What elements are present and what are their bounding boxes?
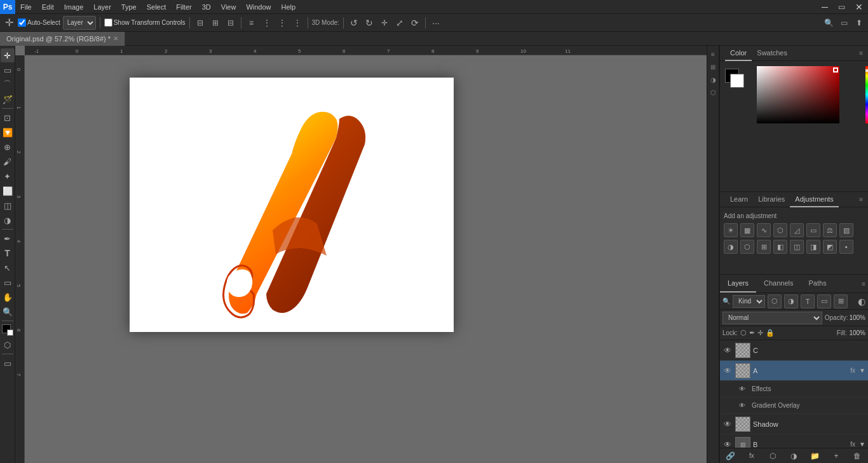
blend-mode-select[interactable]: Normal [722,312,822,324]
distribute4-icon[interactable]: ⋮ [291,17,304,29]
layer-item-a[interactable]: 👁 A fx ▼ [720,361,868,381]
filter-shape-icon[interactable]: ▭ [817,294,831,308]
add-mask-btn[interactable]: ⬡ [766,450,779,462]
color-balance-adj[interactable]: ▨ [839,223,853,237]
layers-panel-menu[interactable]: ≡ [859,280,868,287]
menu-select[interactable]: Select [142,0,172,14]
lock-pixels[interactable]: ⬡ [740,329,747,337]
menu-file[interactable]: File [15,0,37,14]
new-layer-btn[interactable]: + [830,450,843,462]
menu-help[interactable]: Help [276,0,301,14]
orbit-icon[interactable]: ⟳ [409,17,421,29]
menu-view[interactable]: View [216,0,241,14]
quick-mask-tool[interactable]: ⬡ [1,338,15,352]
layer-a-fx[interactable]: fx [850,367,855,374]
gradient-tool[interactable]: ◫ [1,198,15,212]
layers-icon[interactable]: ⊞ [707,61,719,73]
tab-paths[interactable]: Paths [801,275,834,293]
clone-tool[interactable]: ✦ [1,169,15,183]
levels-adj[interactable]: ▦ [740,223,754,237]
hue-adj[interactable]: ▭ [806,223,820,237]
window-maximize[interactable]: ▭ [833,0,850,14]
slide-icon[interactable]: ⤢ [393,17,406,29]
filter-pixel-icon[interactable]: ⬡ [768,294,782,308]
healing-tool[interactable]: ⊕ [1,140,15,154]
menu-window[interactable]: Window [241,0,276,14]
new-fill-adj-btn[interactable]: ◑ [787,450,800,462]
filter-toggle[interactable]: ◐ [858,296,865,307]
tab-swatches[interactable]: Swatches [752,46,792,61]
brush-tool[interactable]: 🖌 [1,155,15,169]
filter-smart-icon[interactable]: ⊞ [834,294,848,308]
path-selection-tool[interactable]: ↖ [1,261,15,275]
bw-adj[interactable]: ◑ [724,240,738,254]
menu-type[interactable]: Type [116,0,142,14]
more-options-icon[interactable]: ··· [430,17,442,29]
filter-kind-select[interactable]: Kind [733,295,765,308]
tab-channels[interactable]: Channels [756,275,801,293]
layer-b-visibility[interactable]: 👁 [722,439,733,448]
tab-libraries[interactable]: Libraries [753,192,790,207]
posterize-adj[interactable]: ◫ [790,240,804,254]
tab-learn[interactable]: Learn [725,192,753,207]
rotate2-icon[interactable]: ↻ [363,17,376,29]
view-icon[interactable]: ▭ [837,17,850,29]
new-group-btn[interactable]: 📁 [809,450,822,462]
layer-b-fx[interactable]: fx [850,441,855,448]
lock-position[interactable]: ✒ [749,329,755,337]
align-left-icon[interactable]: ⊟ [194,17,207,29]
rotate-icon[interactable]: ↺ [348,17,360,29]
layer-shadow-visibility[interactable]: 👁 [722,419,733,429]
menu-filter[interactable]: Filter [171,0,196,14]
layer-item-b[interactable]: 👁 ▨ B fx ▼ [720,434,868,448]
tab-adjustments[interactable]: Adjustments [790,192,839,207]
layer-c-visibility[interactable]: 👁 [722,345,733,356]
saturation-adj[interactable]: ⚖ [823,223,837,237]
tab-close[interactable]: ✕ [113,35,118,42]
eyedropper-tool[interactable]: 🔽 [1,125,15,139]
layer-fx-btn[interactable]: fx [745,450,758,462]
align-right-icon[interactable]: ⊟ [224,17,237,29]
color-panel-collapse[interactable]: ≡ [859,50,863,57]
magic-wand-tool[interactable]: 🪄 [1,92,15,106]
menu-image[interactable]: Image [59,0,89,14]
crop-tool[interactable]: ⊡ [1,111,15,125]
lock-artboards[interactable]: ✛ [757,329,763,337]
properties-icon[interactable]: ≡ [707,48,719,60]
effects-eye[interactable]: 👁 [739,385,749,392]
menu-edit[interactable]: Edit [37,0,59,14]
window-minimize[interactable]: ─ [817,0,833,14]
layer-a-visibility[interactable]: 👁 [722,366,733,376]
document-tab[interactable]: Original.psd @ 57.2% (RGB/8#) * ✕ [0,32,125,46]
selection-tool[interactable]: ▭ [1,63,15,77]
shape-tool[interactable]: ▭ [1,275,15,289]
photo-filter-adj[interactable]: ⬡ [740,240,754,254]
foreground-color[interactable] [1,323,15,337]
lasso-tool[interactable]: ⌒ [1,78,15,92]
share-icon[interactable]: ⬆ [853,17,865,29]
exposure-adj[interactable]: ⬡ [773,223,787,237]
screen-mode-tool[interactable]: ▭ [1,356,15,370]
filter-adj-icon[interactable]: ◑ [784,294,798,308]
tab-layers[interactable]: Layers [720,275,756,293]
layer-a-expand[interactable]: ▼ [859,367,865,374]
layer-item-shadow[interactable]: 👁 Shadow [720,414,868,434]
align-center-icon[interactable]: ⊞ [209,17,222,29]
layer-b-expand[interactable]: ▼ [859,441,865,448]
window-close[interactable]: ✕ [850,0,868,14]
zoom-tool[interactable]: 🔍 [1,305,15,319]
pen-tool[interactable]: ✒ [1,232,15,245]
gradient-map-adj[interactable]: ◩ [823,240,837,254]
gradient-adj[interactable]: ◿ [790,223,804,237]
dodge-tool[interactable]: ◑ [1,213,15,227]
hue-slider[interactable] [865,66,868,123]
link-layers-btn[interactable]: 🔗 [724,450,737,462]
distribute3-icon[interactable]: ⋮ [276,17,288,29]
layer-item-c[interactable]: 👁 C [720,340,868,361]
fill-value[interactable]: 100% [849,329,865,336]
styles-icon[interactable]: ⬡ [707,86,719,98]
filter-type-icon[interactable]: T [801,294,815,308]
distribute2-icon[interactable]: ⋮ [261,17,273,29]
opacity-value[interactable]: 100% [849,314,865,321]
background-color-box[interactable] [730,74,744,88]
